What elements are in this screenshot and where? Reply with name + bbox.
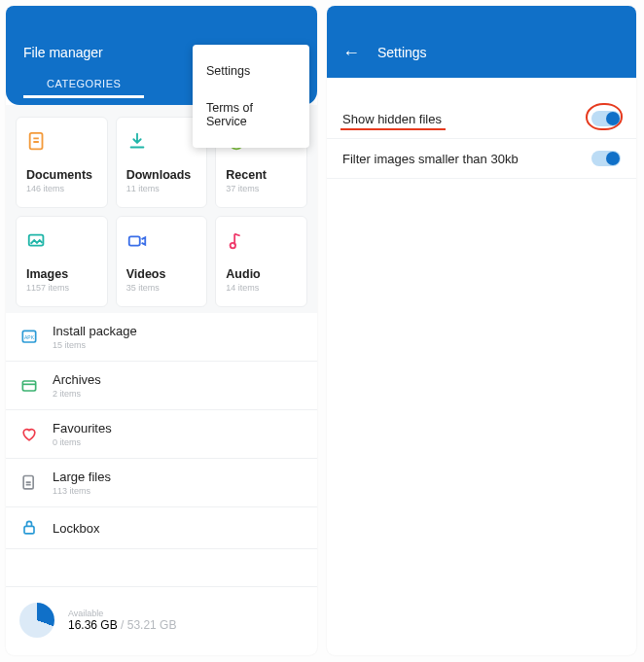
- row-label: Large files: [53, 470, 111, 484]
- category-videos[interactable]: Videos 35 items: [116, 216, 208, 307]
- svg-rect-3: [128, 236, 139, 245]
- toggle-show-hidden-files[interactable]: [591, 111, 621, 126]
- category-count: 37 items: [226, 184, 297, 193]
- category-count: 14 items: [226, 283, 297, 293]
- svg-text:APK: APK: [24, 333, 35, 339]
- storage-pie-icon: [19, 603, 54, 638]
- category-label: Audio: [226, 267, 297, 281]
- list-item-archives[interactable]: Archives 2 items: [6, 362, 317, 410]
- settings-header: ← Settings: [327, 6, 636, 78]
- setting-filter-small-images[interactable]: Filter images smaller than 30kb: [327, 139, 636, 179]
- row-count: 0 items: [53, 437, 112, 447]
- category-count: 35 items: [126, 283, 197, 293]
- svg-rect-7: [22, 381, 35, 391]
- lock-icon: [19, 518, 39, 538]
- row-count: 2 items: [53, 389, 101, 399]
- video-icon: [126, 230, 148, 252]
- heart-icon: [19, 425, 39, 444]
- category-audio[interactable]: Audio 14 items: [215, 216, 307, 307]
- back-button[interactable]: ←: [342, 44, 360, 61]
- row-label: Favourites: [53, 421, 112, 436]
- image-icon: [26, 230, 48, 252]
- row-count: 113 items: [53, 486, 111, 496]
- settings-title: Settings: [377, 45, 427, 60]
- setting-label: Show hidden files: [342, 112, 442, 126]
- settings-screen: ← Settings Show hidden files Filter imag…: [327, 6, 636, 655]
- setting-label: Filter images smaller than 30kb: [342, 152, 519, 166]
- category-label: Videos: [126, 267, 197, 281]
- row-label: Install package: [53, 324, 137, 338]
- category-label: Documents: [26, 168, 97, 182]
- audio-icon: [226, 230, 247, 252]
- storage-value: 16.36 GB / 53.21 GB: [68, 618, 176, 632]
- toggle-filter-small-images[interactable]: [591, 151, 621, 166]
- category-label: Images: [26, 267, 97, 281]
- list-item-large-files[interactable]: Large files 113 items: [6, 459, 317, 507]
- list-item-install-package[interactable]: APK Install package 15 items: [6, 313, 317, 362]
- category-count: 146 items: [26, 184, 97, 193]
- row-label: Archives: [53, 372, 101, 387]
- list-item-lockbox[interactable]: Lockbox: [6, 507, 317, 549]
- overflow-menu: Settings Terms of Service: [193, 45, 309, 148]
- row-count: 15 items: [53, 340, 137, 350]
- settings-list: Show hidden files Filter images smaller …: [327, 78, 636, 179]
- storage-available-label: Available: [68, 609, 176, 618]
- category-images[interactable]: Images 1157 items: [16, 216, 108, 307]
- file-manager-header: File manager CATEGORIES Settings Terms o…: [6, 6, 317, 105]
- category-label: Recent: [226, 168, 297, 182]
- storage-summary[interactable]: Available 16.36 GB / 53.21 GB: [6, 586, 317, 655]
- row-label: Lockbox: [53, 521, 99, 536]
- file-icon: [26, 131, 48, 153]
- tab-categories[interactable]: CATEGORIES: [23, 78, 144, 98]
- menu-item-settings[interactable]: Settings: [193, 52, 309, 89]
- apk-icon: APK: [19, 328, 39, 347]
- large-file-icon: [19, 473, 39, 493]
- category-list: APK Install package 15 items Archives 2 …: [6, 313, 317, 586]
- list-item-favourites[interactable]: Favourites 0 items: [6, 410, 317, 459]
- category-count: 1157 items: [26, 283, 97, 293]
- category-documents[interactable]: Documents 146 items: [16, 117, 108, 208]
- svg-point-4: [231, 243, 236, 249]
- download-icon: [126, 131, 148, 153]
- svg-rect-0: [30, 133, 43, 150]
- svg-rect-9: [24, 526, 34, 534]
- archive-icon: [19, 376, 39, 396]
- setting-show-hidden-files[interactable]: Show hidden files: [327, 99, 636, 139]
- category-count: 11 items: [126, 184, 197, 193]
- file-manager-screen: File manager CATEGORIES Settings Terms o…: [6, 6, 317, 655]
- category-label: Downloads: [126, 168, 197, 182]
- menu-item-terms[interactable]: Terms of Service: [193, 89, 309, 140]
